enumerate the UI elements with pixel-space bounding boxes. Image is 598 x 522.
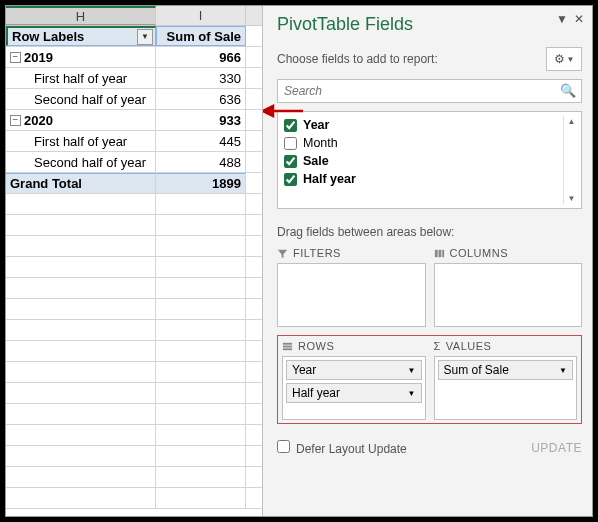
values-dropzone[interactable]: Sum of Sale▼ [434,356,578,420]
svg-rect-4 [442,249,444,256]
svg-rect-6 [283,345,292,347]
svg-rect-3 [438,249,441,256]
h2-2019-value[interactable]: 636 [156,89,246,109]
year-2019-value[interactable]: 966 [156,47,246,67]
svg-rect-7 [283,348,292,350]
choose-fields-label: Choose fields to add to report: [277,52,438,66]
chevron-down-icon[interactable]: ▼ [408,366,416,375]
search-icon[interactable]: 🔍 [560,83,576,98]
columns-area-title: COLUMNS [434,247,583,259]
gear-icon: ⚙ [554,52,565,66]
chevron-down-icon[interactable]: ▼ [408,389,416,398]
h2-2020-value[interactable]: 488 [156,152,246,172]
chevron-down-icon[interactable]: ▼ [559,366,567,375]
update-button[interactable]: UPDATE [531,441,582,455]
values-area-title: Σ VALUES [434,340,578,352]
filters-area-title: FILTERS [277,247,426,259]
sum-of-sale-header[interactable]: Sum of Sale [156,26,246,46]
defer-layout-checkbox[interactable]: Defer Layout Update [277,440,407,456]
year-2020-cell[interactable]: − 2020 [6,110,156,130]
svg-marker-1 [263,106,273,116]
column-header-h[interactable]: H [6,6,156,25]
pane-menu-icon[interactable]: ▼ [556,12,568,26]
field-sale[interactable]: Sale [280,152,563,170]
pivottable-fields-pane: ▼ ✕ PivotTable Fields Choose fields to a… [262,6,592,516]
chevron-down-icon: ▼ [567,55,575,64]
year-2020-value[interactable]: 933 [156,110,246,130]
pane-title: PivotTable Fields [277,14,582,35]
field-year[interactable]: Year [280,116,563,134]
field-half-year[interactable]: Half year [280,170,563,188]
svg-rect-5 [283,342,292,344]
tools-button[interactable]: ⚙ ▼ [546,47,582,71]
rows-icon [282,341,293,352]
field-list-scrollbar[interactable]: ▲▼ [563,116,579,204]
grand-total-cell[interactable]: Grand Total [6,173,156,193]
drag-fields-label: Drag fields between areas below: [277,225,582,239]
filter-icon [277,248,288,259]
field-list: Year Month Sale Half year ▲▼ [277,111,582,209]
h1-2020-cell[interactable]: First half of year [6,131,156,151]
chip-year[interactable]: Year▼ [286,360,422,380]
columns-icon [434,248,445,259]
h2-2020-cell[interactable]: Second half of year [6,152,156,172]
year-2019-label: 2019 [24,50,53,65]
collapse-icon[interactable]: − [10,115,21,126]
rows-dropzone[interactable]: Year▼ Half year▼ [282,356,426,420]
h1-2020-value[interactable]: 445 [156,131,246,151]
row-labels-text: Row Labels [12,29,84,44]
columns-dropzone[interactable] [434,263,583,327]
column-header-i[interactable]: I [156,6,246,25]
sigma-icon: Σ [434,340,441,352]
spreadsheet-grid: H I Row Labels ▼ Sum of Sale − 2019 966 … [6,6,262,516]
h2-2019-cell[interactable]: Second half of year [6,89,156,109]
h1-2019-value[interactable]: 330 [156,68,246,88]
year-2020-label: 2020 [24,113,53,128]
grand-total-value[interactable]: 1899 [156,173,246,193]
search-input[interactable] [277,79,582,103]
filter-dropdown-icon[interactable]: ▼ [137,29,153,45]
h1-2019-cell[interactable]: First half of year [6,68,156,88]
collapse-icon[interactable]: − [10,52,21,63]
annotation-arrow [263,104,303,118]
filters-dropzone[interactable] [277,263,426,327]
pane-close-icon[interactable]: ✕ [574,12,584,26]
chip-half-year[interactable]: Half year▼ [286,383,422,403]
rows-area-title: ROWS [282,340,426,352]
field-month[interactable]: Month [280,134,563,152]
year-2019-cell[interactable]: − 2019 [6,47,156,67]
row-labels-header[interactable]: Row Labels ▼ [6,26,156,46]
chip-sum-of-sale[interactable]: Sum of Sale▼ [438,360,574,380]
svg-rect-2 [434,249,437,256]
